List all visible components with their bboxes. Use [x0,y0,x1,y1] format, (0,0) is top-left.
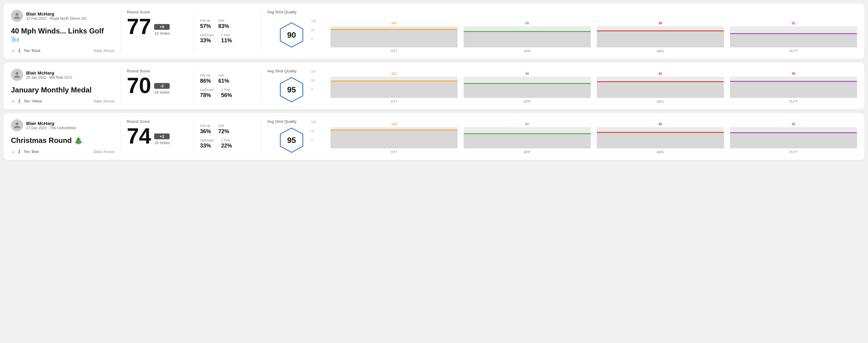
stat-item-fw-hit: FW Hit86% [200,73,211,84]
quality-section: Avg Shot Quality 95 [267,69,316,103]
bar-container [464,127,591,148]
bar-container [597,26,724,48]
stat-row-1: FW Hit36%GIR72% [200,124,255,135]
bottom-row: ☁️🏌️Tee: BlackData: Arccos [11,49,114,53]
hexagon: 95 [278,126,305,154]
avatar [11,119,23,131]
stat-item-updown: Up/Down33% [200,33,214,44]
round-title: 40 Mph Winds... Links Golf 🌬️ [11,27,114,44]
bar-chart: 110OTT87APP95ARG93PUTT [331,120,857,154]
bar-container [597,76,724,98]
bar-group: 82PUTT [730,21,857,53]
bar-value: 95 [658,122,662,126]
bar-background [464,26,591,48]
stat-value: 57% [200,23,211,30]
stat-item-fw-hit: FW Hit36% [200,124,211,135]
user-row: Blair McHarg27 Dec 2021 · The Oxfordshir… [11,119,114,131]
tee-info: ☁️🏌️Tee: Black [11,49,40,53]
bar-label: PUTT [789,100,798,103]
badge-holes: +218 Holes [154,133,169,145]
stat-value: 11% [221,37,232,44]
hexagon: 90 [278,21,305,49]
bar-container [730,26,857,48]
score-label: Round Score [127,69,188,73]
date-course: 12 Feb 2022 · Royal North Devon GC [26,17,87,21]
bar-value: 95 [525,21,529,25]
score-section: Round Score77+518 Holes [127,10,188,53]
tee-label: Tee: Blue [24,150,39,154]
stat-value: 22% [221,143,232,149]
bar-group: 99PUTT [730,72,857,103]
bar-fill [730,33,857,34]
stat-label: GIR [218,73,229,77]
bar-gray-fill [331,130,458,148]
bar-chart-wrapper: 100500107OTT95APP98ARG82PUTT [321,20,857,53]
bar-background [464,76,591,98]
user-info: Blair McHarg27 Dec 2021 · The Oxfordshir… [26,121,76,130]
bar-gray-fill [597,31,724,48]
bar-value: 87 [525,122,529,126]
stat-value: 61% [218,78,229,84]
stat-row-2: Up/Down33%1 Putt11% [200,33,255,44]
data-source: Data: Arccos [94,150,114,154]
bar-gray-fill [331,30,458,48]
bar-value: 82 [792,21,795,25]
stat-label: FW Hit [200,73,211,77]
bar-gray-fill [464,84,591,98]
holes-text: 18 Holes [154,90,169,95]
stat-label: 1 Putt [221,33,232,37]
data-source: Data: Arccos [94,49,114,53]
bottom-row: ☁️🏌️Tee: YellowData: Arccos [11,99,114,103]
bar-group: 98ARG [597,21,724,53]
bar-fill [730,132,857,133]
bar-label: OTT [391,150,397,154]
bar-background [331,26,458,48]
bar-fill [331,29,458,30]
bar-background [597,26,724,48]
bar-value: 98 [658,21,662,25]
score-badge: +2 [154,133,169,139]
bar-gray-fill [730,34,857,48]
bar-gray-fill [597,133,724,148]
divider [194,69,194,103]
stat-value: 78% [200,92,214,98]
weather-icon: ☁️ [11,49,16,53]
bar-value: 107 [391,21,397,25]
stat-value: 36% [200,128,211,135]
user-row: Blair McHarg29 Jan 2022 · Mill Ride GCC [11,69,114,81]
quality-section: Avg Shot Quality 90 [267,10,316,53]
bar-label: APP [524,49,530,53]
stat-value: 86% [200,78,211,84]
user-name: Blair McHarg [26,70,72,75]
stat-item-gir: GIR83% [218,19,229,30]
stat-label: 1 Putt [221,88,232,92]
divider [194,119,194,154]
bar-label: APP [524,100,530,103]
bar-value: 101 [391,72,397,75]
bar-label: PUTT [789,49,798,53]
score-number: 70 [127,74,151,96]
bar-fill [730,81,857,82]
hexagon-wrapper: 95 [267,126,316,154]
bar-label: PUTT [789,150,798,154]
hexagon-value: 95 [287,85,296,94]
bar-background [597,76,724,98]
bar-label: ARG [657,150,664,154]
bar-fill [597,81,724,82]
divider [261,119,261,154]
bar-fill [464,83,591,84]
score-number: 77 [127,15,151,37]
bar-chart-wrapper: 100500110OTT87APP95ARG93PUTT [321,120,857,154]
stat-value: 33% [200,37,214,44]
bar-chart-wrapper: 100500101OTT86APP96ARG99PUTT [321,70,857,103]
badge-holes: +518 Holes [154,24,169,36]
stat-item-updown: Up/Down33% [200,138,214,149]
score-section: Round Score74+218 Holes [127,119,188,154]
divider [120,10,121,53]
bar-fill [464,133,591,134]
bar-group: 87APP [464,122,591,154]
bar-container [464,76,591,98]
bar-group: 95APP [464,21,591,53]
bar-chart: 107OTT95APP98ARG82PUTT [331,20,857,53]
stat-label: Up/Down [200,88,214,92]
